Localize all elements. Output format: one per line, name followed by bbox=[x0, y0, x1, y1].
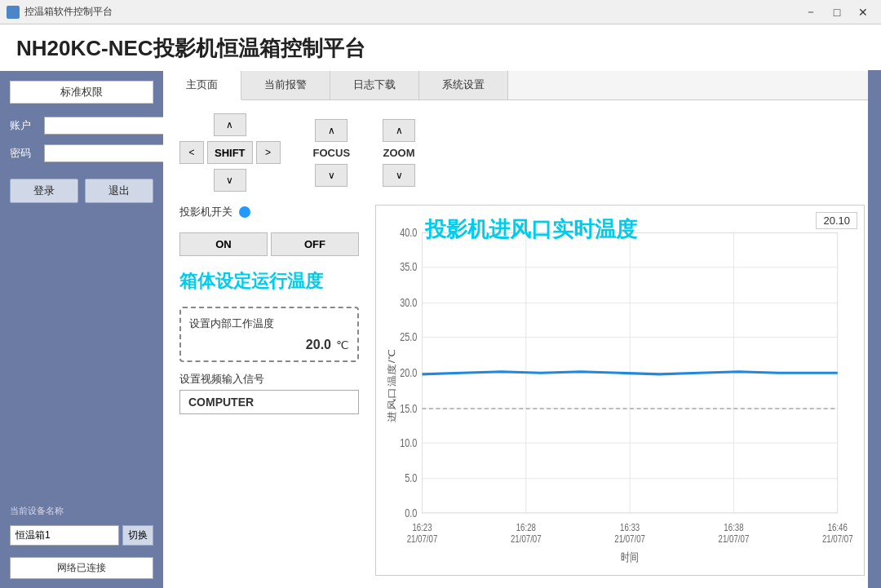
chart-panel: 投影机进风口实时温度 20.10 bbox=[375, 205, 865, 576]
svg-text:35.0: 35.0 bbox=[400, 261, 417, 274]
shift-left-button[interactable]: < bbox=[179, 141, 204, 164]
temp-value: 20.0 bbox=[306, 338, 331, 352]
chart-title: 投影机进风口实时温度 bbox=[425, 215, 637, 244]
password-label: 密码 bbox=[10, 146, 39, 161]
projector-switch-label: 投影机开关 bbox=[179, 205, 232, 219]
off-button[interactable]: OFF bbox=[271, 232, 359, 256]
svg-text:40.0: 40.0 bbox=[400, 227, 417, 240]
switch-button[interactable]: 切换 bbox=[122, 525, 153, 546]
password-field: 密码 bbox=[10, 144, 153, 162]
video-signal-label: 设置视频输入信号 bbox=[179, 372, 359, 387]
permission-label: 标准权限 bbox=[10, 81, 153, 104]
device-name-label: 当前设备名称 bbox=[10, 505, 153, 517]
controls-row: ∧ < SHIFT > ∨ ∧ FOCUS ∨ ∧ bbox=[179, 113, 865, 192]
tab-bar: 主页面 当前报警 日志下载 系统设置 bbox=[163, 71, 881, 100]
video-signal-section: 设置视频输入信号 COMPUTER bbox=[179, 372, 359, 414]
shift-up-button[interactable]: ∧ bbox=[214, 113, 246, 136]
logout-button[interactable]: 退出 bbox=[85, 179, 153, 203]
svg-text:21/07/07: 21/07/07 bbox=[407, 533, 438, 544]
svg-text:21/07/07: 21/07/07 bbox=[614, 533, 645, 544]
title-bar-text: 控温箱软件控制平台 bbox=[24, 5, 113, 19]
shift-right-button[interactable]: > bbox=[256, 141, 281, 164]
bottom-section: 投影机开关 ON OFF 箱体设定运行温度 设置内部工作温度 20.0 ℃ bbox=[179, 205, 865, 576]
svg-text:10.0: 10.0 bbox=[400, 437, 417, 450]
close-button[interactable]: ✕ bbox=[852, 3, 874, 21]
network-status: 网络已连接 bbox=[10, 557, 153, 579]
temperature-chart: 40.0 35.0 30.0 25.0 20.0 15.0 10.0 5.0 0… bbox=[383, 220, 857, 577]
projector-switch-row: 投影机开关 bbox=[179, 205, 359, 219]
svg-text:时间: 时间 bbox=[621, 551, 640, 564]
sidebar-spacer bbox=[10, 216, 153, 498]
focus-control: ∧ FOCUS ∨ bbox=[313, 119, 351, 187]
right-edge-panel bbox=[868, 70, 881, 588]
focus-down-button[interactable]: ∨ bbox=[315, 164, 348, 187]
maximize-button[interactable]: □ bbox=[826, 3, 848, 21]
device-row: 恒温箱1 切换 bbox=[10, 525, 153, 546]
svg-text:16:46: 16:46 bbox=[828, 522, 848, 533]
svg-text:20.0: 20.0 bbox=[400, 367, 417, 380]
video-signal-value: COMPUTER bbox=[179, 390, 359, 414]
svg-text:进风口温度/℃: 进风口温度/℃ bbox=[386, 349, 396, 422]
password-input[interactable] bbox=[44, 144, 175, 162]
box-temp-label: 箱体设定运行温度 bbox=[179, 269, 359, 294]
led-indicator bbox=[239, 206, 250, 218]
tab-main[interactable]: 主页面 bbox=[163, 71, 241, 100]
svg-text:16:23: 16:23 bbox=[412, 522, 432, 533]
zoom-control: ∧ ZOOM ∨ bbox=[383, 119, 415, 187]
on-button[interactable]: ON bbox=[179, 232, 268, 256]
app-title: NH20KC-NEC投影机恒温箱控制平台 bbox=[0, 24, 881, 71]
shift-control: ∧ < SHIFT > ∨ bbox=[179, 113, 281, 192]
account-field: 账户 bbox=[10, 117, 153, 135]
main-container: 标准权限 账户 密码 登录 退出 当前设备名称 恒温箱1 切换 网络已连接 主页… bbox=[0, 71, 881, 588]
tab-log[interactable]: 日志下载 bbox=[330, 71, 419, 99]
svg-text:15.0: 15.0 bbox=[400, 402, 417, 415]
auth-buttons: 登录 退出 bbox=[10, 179, 153, 203]
minimize-button[interactable]: － bbox=[799, 3, 822, 21]
svg-text:21/07/07: 21/07/07 bbox=[511, 533, 542, 544]
zoom-down-button[interactable]: ∨ bbox=[383, 164, 415, 187]
zoom-label: ZOOM bbox=[383, 147, 415, 159]
svg-text:25.0: 25.0 bbox=[400, 331, 417, 344]
app-icon bbox=[7, 6, 20, 19]
svg-text:21/07/07: 21/07/07 bbox=[719, 533, 750, 544]
tab-settings[interactable]: 系统设置 bbox=[419, 71, 508, 99]
account-input[interactable] bbox=[44, 117, 175, 135]
temp-setting-box: 设置内部工作温度 20.0 ℃ bbox=[179, 307, 359, 362]
svg-text:16:28: 16:28 bbox=[516, 522, 536, 533]
sidebar: 标准权限 账户 密码 登录 退出 当前设备名称 恒温箱1 切换 网络已连接 bbox=[0, 71, 163, 588]
svg-text:16:38: 16:38 bbox=[724, 522, 743, 533]
svg-text:30.0: 30.0 bbox=[400, 297, 417, 310]
svg-text:21/07/07: 21/07/07 bbox=[822, 533, 853, 544]
zoom-up-button[interactable]: ∧ bbox=[383, 119, 415, 142]
left-panel: 投影机开关 ON OFF 箱体设定运行温度 设置内部工作温度 20.0 ℃ bbox=[179, 205, 359, 576]
login-button[interactable]: 登录 bbox=[10, 179, 78, 203]
title-bar-left: 控温箱软件控制平台 bbox=[7, 5, 113, 19]
shift-down-button[interactable]: ∨ bbox=[214, 169, 246, 192]
on-off-row: ON OFF bbox=[179, 232, 359, 256]
title-bar: 控温箱软件控制平台 － □ ✕ bbox=[0, 0, 881, 24]
temp-unit: ℃ bbox=[336, 338, 349, 351]
tab-alarm[interactable]: 当前报警 bbox=[241, 71, 330, 99]
content-area: 主页面 当前报警 日志下载 系统设置 ∧ < SHIFT > ∨ bbox=[163, 71, 881, 588]
main-content: ∧ < SHIFT > ∨ ∧ FOCUS ∨ ∧ bbox=[163, 100, 881, 588]
temp-setting-title: 设置内部工作温度 bbox=[189, 316, 349, 331]
focus-label: FOCUS bbox=[313, 147, 351, 159]
focus-up-button[interactable]: ∧ bbox=[315, 119, 348, 142]
svg-text:16:33: 16:33 bbox=[620, 522, 640, 533]
account-label: 账户 bbox=[10, 118, 39, 133]
temp-value-row: 20.0 ℃ bbox=[189, 338, 349, 352]
svg-text:5.0: 5.0 bbox=[405, 472, 417, 485]
title-bar-controls: － □ ✕ bbox=[799, 3, 874, 21]
chart-current-value: 20.10 bbox=[816, 212, 857, 229]
svg-text:0.0: 0.0 bbox=[405, 506, 417, 519]
shift-label-button[interactable]: SHIFT bbox=[207, 141, 253, 164]
shift-lr-buttons: < SHIFT > bbox=[179, 141, 281, 164]
device-name: 恒温箱1 bbox=[10, 525, 119, 546]
